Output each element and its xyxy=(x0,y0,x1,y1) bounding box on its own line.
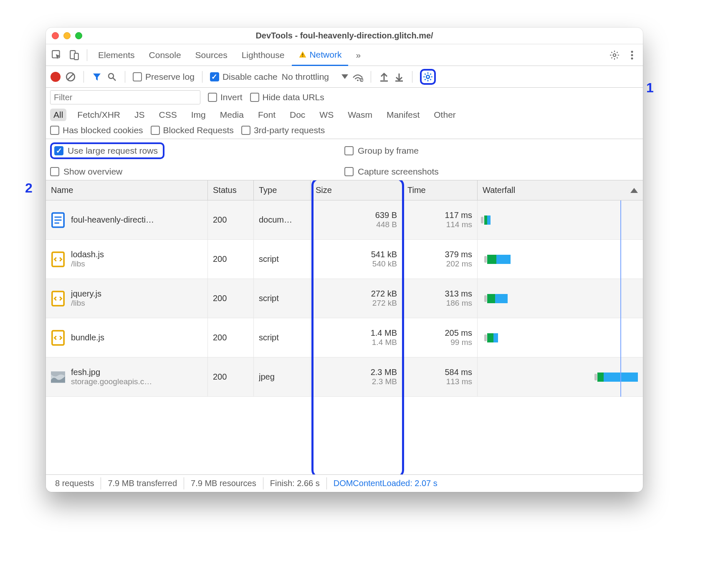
devtools-window: DevTools - foul-heavenly-direction.glitc… xyxy=(46,28,643,492)
filter-input[interactable] xyxy=(50,90,200,104)
request-path: /libs xyxy=(71,299,101,308)
clear-icon[interactable] xyxy=(65,71,76,82)
capture-screenshots-checkbox[interactable]: Capture screenshots xyxy=(344,167,639,177)
cell-size: 639 B448 B xyxy=(311,200,402,239)
blocked-req-label: Blocked Requests xyxy=(163,125,234,135)
has-blocked-cookies-checkbox[interactable]: Has blocked cookies xyxy=(50,125,143,135)
table-row[interactable]: bundle.js 200 script 1.4 MB1.4 MB 205 ms… xyxy=(46,318,643,357)
record-icon[interactable] xyxy=(50,71,61,82)
col-waterfall[interactable]: Waterfall xyxy=(478,180,643,200)
col-name[interactable]: Name xyxy=(46,180,208,200)
filter-doc[interactable]: Doc xyxy=(286,109,309,121)
requests-table: Name Status Type Size Time Waterfall fou… xyxy=(46,180,643,474)
divider xyxy=(83,71,84,83)
svg-point-17 xyxy=(426,75,430,79)
request-path: storage.googleapis.c… xyxy=(71,377,152,386)
disable-cache-checkbox[interactable]: Disable cache xyxy=(210,72,278,82)
cell-name: fesh.jpg storage.googleapis.c… xyxy=(46,357,208,396)
table-row[interactable]: jquery.js /libs 200 script 272 kB272 kB … xyxy=(46,279,643,318)
hide-data-label: Hide data URLs xyxy=(263,92,324,102)
cell-name: bundle.js xyxy=(46,318,208,357)
filter-manifest[interactable]: Manifest xyxy=(383,109,423,121)
request-name: bundle.js xyxy=(71,333,104,342)
filter-bar: Invert Hide data URLs All Fetch/XHR JS C… xyxy=(46,88,643,139)
cell-size: 2.3 MB2.3 MB xyxy=(311,357,402,396)
tabs-overflow[interactable]: » xyxy=(349,44,367,66)
table-row[interactable]: fesh.jpg storage.googleapis.c… 200 jpeg … xyxy=(46,357,643,397)
filter-css[interactable]: CSS xyxy=(156,109,180,121)
tab-elements[interactable]: Elements xyxy=(91,44,142,66)
kebab-menu-icon[interactable] xyxy=(624,47,640,63)
col-size[interactable]: Size xyxy=(311,180,402,200)
filter-font[interactable]: Font xyxy=(255,109,279,121)
cell-name: lodash.js /libs xyxy=(46,240,208,279)
filter-fetchxhr[interactable]: Fetch/XHR xyxy=(74,109,124,121)
tab-sources[interactable]: Sources xyxy=(189,44,234,66)
status-bar: 8 requests 7.9 MB transferred 7.9 MB res… xyxy=(46,474,643,492)
filter-js[interactable]: JS xyxy=(131,109,148,121)
filter-wasm[interactable]: Wasm xyxy=(344,109,376,121)
table-row[interactable]: foul-heavenly-directi… 200 docum… 639 B4… xyxy=(46,200,643,240)
invert-checkbox[interactable]: Invert xyxy=(208,92,243,102)
filter-icon[interactable] xyxy=(91,71,102,82)
throttling-select[interactable]: No throttling xyxy=(282,72,348,82)
table-row[interactable]: lodash.js /libs 200 script 541 kB540 kB … xyxy=(46,240,643,279)
cell-type: script xyxy=(254,318,311,357)
cell-size: 272 kB272 kB xyxy=(311,279,402,318)
blocked-requests-checkbox[interactable]: Blocked Requests xyxy=(151,125,234,135)
capture-ss-label: Capture screenshots xyxy=(358,167,439,177)
divider xyxy=(202,71,202,83)
filter-media[interactable]: Media xyxy=(217,109,247,121)
file-type-icon xyxy=(51,212,65,228)
annotation-number-1: 1 xyxy=(646,80,654,96)
chevron-down-icon xyxy=(341,74,348,79)
filter-img[interactable]: Img xyxy=(188,109,209,121)
search-icon[interactable] xyxy=(106,71,117,82)
file-type-icon xyxy=(51,369,65,385)
type-filters: All Fetch/XHR JS CSS Img Media Font Doc … xyxy=(50,109,639,121)
divider xyxy=(371,71,371,83)
settings-gear-icon[interactable] xyxy=(606,47,623,63)
col-waterfall-label: Waterfall xyxy=(483,185,515,195)
col-time[interactable]: Time xyxy=(402,180,478,200)
filter-all[interactable]: All xyxy=(50,109,66,121)
status-resources: 7.9 MB resources xyxy=(184,477,263,489)
table-header: Name Status Type Size Time Waterfall xyxy=(46,180,643,200)
svg-point-13 xyxy=(357,79,359,81)
svg-line-12 xyxy=(113,78,116,81)
request-name: fesh.jpg xyxy=(71,368,152,377)
request-name: lodash.js xyxy=(71,250,104,259)
annotation-number-2: 2 xyxy=(25,180,33,196)
hide-data-urls-checkbox[interactable]: Hide data URLs xyxy=(250,92,324,102)
cell-type: script xyxy=(254,279,311,318)
use-large-rows-checkbox[interactable]: Use large request rows xyxy=(54,146,158,156)
preserve-log-checkbox[interactable]: Preserve log xyxy=(133,72,195,82)
cell-type: jpeg xyxy=(254,357,311,396)
col-status[interactable]: Status xyxy=(208,180,254,200)
cell-type: docum… xyxy=(254,200,311,239)
network-settings-gear-icon[interactable] xyxy=(422,71,433,82)
large-rows-label: Use large request rows xyxy=(68,146,158,156)
toggle-device-icon[interactable] xyxy=(66,47,83,63)
has-blocked-label: Has blocked cookies xyxy=(63,125,143,135)
tab-lighthouse[interactable]: Lighthouse xyxy=(235,44,291,66)
network-toolbar: Preserve log Disable cache No throttling xyxy=(46,66,643,88)
sort-asc-icon xyxy=(630,188,638,193)
filter-other[interactable]: Other xyxy=(430,109,459,121)
tab-console[interactable]: Console xyxy=(142,44,188,66)
third-party-checkbox[interactable]: 3rd-party requests xyxy=(241,125,325,135)
network-conditions-icon[interactable] xyxy=(352,71,363,82)
import-har-icon[interactable] xyxy=(379,71,389,82)
filter-ws[interactable]: WS xyxy=(316,109,337,121)
col-type[interactable]: Type xyxy=(254,180,311,200)
cell-status: 200 xyxy=(208,279,254,318)
export-har-icon[interactable] xyxy=(394,71,405,82)
file-type-icon xyxy=(51,251,65,268)
third-party-label: 3rd-party requests xyxy=(254,125,325,135)
divider xyxy=(125,71,125,83)
group-by-frame-checkbox[interactable]: Group by frame xyxy=(344,142,639,159)
invert-label: Invert xyxy=(220,92,243,102)
inspect-element-icon[interactable] xyxy=(48,47,65,63)
show-overview-checkbox[interactable]: Show overview xyxy=(50,167,344,177)
tab-network[interactable]: Network xyxy=(292,45,348,66)
